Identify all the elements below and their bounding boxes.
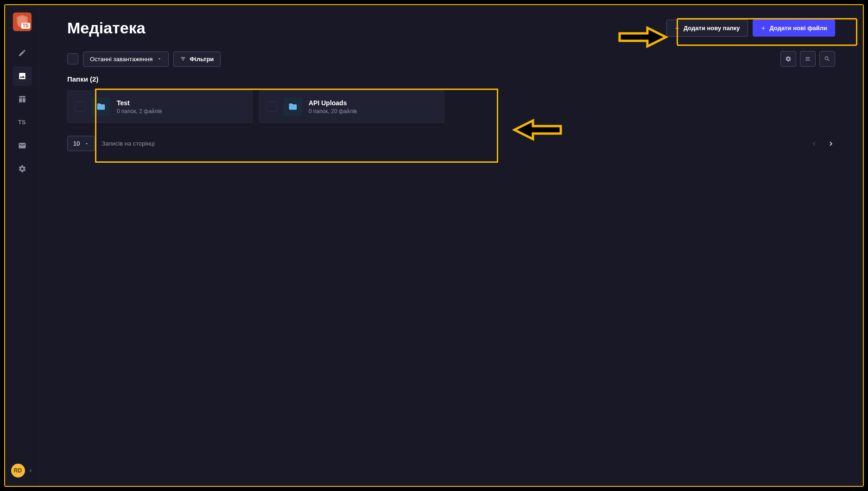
select-all-checkbox[interactable] — [67, 53, 78, 64]
plus-icon — [760, 26, 766, 31]
folder-name: API Uploads — [309, 99, 357, 107]
caret-down-icon — [84, 141, 89, 146]
sidebar-item-media-library[interactable] — [13, 66, 32, 86]
folder-icon — [288, 102, 298, 111]
filters-button[interactable]: Фільтри — [173, 51, 221, 67]
list-view-button[interactable] — [800, 51, 816, 67]
folder-iconbox — [284, 97, 302, 116]
page-title: Медіатека — [67, 19, 146, 37]
app-logo[interactable]: TS — [13, 13, 32, 31]
folder-select-checkbox[interactable] — [75, 102, 85, 112]
folder-icon — [96, 102, 106, 111]
list-icon — [805, 56, 811, 62]
user-menu[interactable]: RD — [11, 464, 33, 478]
chevron-right-icon — [827, 140, 835, 148]
search-icon — [824, 56, 830, 62]
add-assets-button[interactable]: Додати нові файли — [753, 19, 836, 37]
filter-icon — [180, 56, 186, 62]
chevron-right-icon — [28, 468, 33, 473]
add-folder-button[interactable]: Додати нову папку — [666, 19, 748, 37]
per-page-label: Записів на сторінці — [101, 140, 154, 147]
sidebar-item-content-types[interactable] — [13, 89, 32, 109]
layout-icon — [18, 95, 26, 103]
filters-label: Фільтри — [190, 56, 214, 63]
avatar: RD — [11, 464, 25, 478]
edit-icon — [18, 49, 26, 57]
folder-name: Test — [117, 99, 162, 107]
sidebar: TS TS RD — [5, 5, 39, 486]
gear-icon — [18, 165, 26, 173]
caret-down-icon — [157, 57, 162, 61]
header-actions: Додати нову папку Додати нові файли — [666, 19, 835, 37]
folder-subtitle: 0 папок, 20 файлів — [309, 108, 357, 115]
plus-icon — [674, 26, 680, 31]
sidebar-item-content-manager[interactable] — [13, 43, 32, 63]
gear-icon — [785, 56, 792, 62]
folder-card[interactable]: Test 0 папок, 2 файлів — [67, 90, 253, 123]
folder-iconbox — [92, 97, 110, 116]
sort-select[interactable]: Останні завантаження — [83, 51, 169, 67]
add-folder-label: Додати нову папку — [684, 25, 740, 32]
folder-card[interactable]: API Uploads 0 папок, 20 файлів — [259, 90, 444, 123]
sidebar-item-ts-plugin[interactable]: TS — [13, 113, 32, 132]
folders-grid: Test 0 папок, 2 файлів API Uploads 0 пап… — [67, 90, 835, 123]
prev-page-button[interactable] — [810, 140, 818, 148]
image-icon — [18, 72, 26, 80]
main-content: Медіатека Додати нову папку Додати нові … — [39, 5, 863, 486]
sidebar-item-settings[interactable] — [13, 159, 32, 179]
configure-view-button[interactable] — [780, 51, 796, 67]
add-assets-label: Додати нові файли — [770, 25, 828, 32]
folder-select-checkbox[interactable] — [267, 102, 277, 112]
mail-icon — [18, 141, 26, 150]
sort-label: Останні завантаження — [90, 56, 152, 63]
chevron-left-icon — [810, 140, 818, 148]
next-page-button[interactable] — [827, 140, 835, 148]
ts-icon: TS — [18, 119, 25, 126]
sidebar-item-email[interactable] — [13, 136, 32, 155]
page-size-select[interactable]: 10 — [67, 136, 95, 151]
search-button[interactable] — [819, 51, 835, 67]
page-size-value: 10 — [73, 140, 80, 147]
folders-section-title: Папки (2) — [67, 75, 835, 83]
folder-subtitle: 0 папок, 2 файлів — [117, 108, 162, 115]
logo-badge: TS — [21, 23, 30, 29]
